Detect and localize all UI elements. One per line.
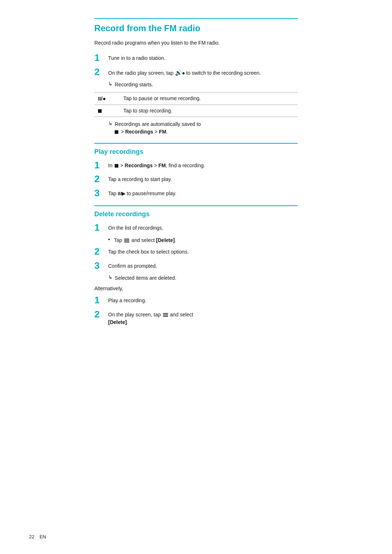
delete-step-2-text: Tap the check box to select options. <box>108 246 189 256</box>
delete-recordings-section: Delete recordings 1 On the list of recor… <box>94 205 298 326</box>
delete-result-text: Selected items are deleted. <box>115 274 176 282</box>
alternatively-label: Alternatively, <box>94 286 298 291</box>
step-2-text: On the radio play screen, tap 🔊♠ to swit… <box>108 67 261 77</box>
auto-save-note: ↳ Recordings are automatically saved to … <box>108 120 298 136</box>
delete-step-2: 2 Tap the check box to select options. <box>94 246 298 257</box>
arrow-icon: ↳ <box>108 81 113 87</box>
page-number: 22 <box>29 534 34 539</box>
play-divider <box>94 143 298 144</box>
play-step-3: 3 Tap II/▶ to pause/resume play. <box>94 188 298 198</box>
pause-resume-icon: II/● <box>98 95 106 102</box>
stop-icon-inline-2 <box>115 164 118 168</box>
delete-step-number-1: 1 <box>94 222 105 233</box>
alt-step-1: 1 Play a recording. <box>94 295 298 305</box>
delete-step-number-3: 3 <box>94 260 105 271</box>
icon-table-row-pause: II/● Tap to pause or resume recording. <box>94 92 298 104</box>
delete-step-1: 1 On the list of recordings, <box>94 222 298 233</box>
record-result: ↳ Recording starts. <box>108 81 298 89</box>
delete-step-1-text: On the list of recordings, <box>108 222 163 232</box>
play-step-number-1: 1 <box>94 160 105 171</box>
alt-step-2-text: On the play screen, tap and select[Delet… <box>108 309 193 326</box>
menu-icon-1 <box>124 239 129 242</box>
page-footer: 22 EN <box>29 534 46 539</box>
section-top-divider <box>94 18 298 19</box>
alt-step-number-2: 2 <box>94 309 105 320</box>
bullet-1-text: Tap and select [Delete]. <box>114 237 176 244</box>
bullet-dot-1: • <box>108 237 114 242</box>
play-step-3-text: Tap II/▶ to pause/resume play. <box>108 188 176 197</box>
play-step-number-2: 2 <box>94 174 105 184</box>
stop-icon-inline <box>115 130 118 134</box>
alt-step-1-text: Play a recording. <box>108 295 146 304</box>
stop-icon <box>98 109 102 113</box>
result-text: Recording starts. <box>115 81 153 89</box>
record-step-2: 2 On the radio play screen, tap 🔊♠ to sw… <box>94 67 298 77</box>
alt-step-2: 2 On the play screen, tap and select[Del… <box>94 309 298 326</box>
play-step-1-text: In > Recordings > FM, find a recording. <box>108 160 205 169</box>
play-step-number-3: 3 <box>94 188 105 198</box>
delete-divider <box>94 205 298 206</box>
menu-icon-2 <box>163 313 168 317</box>
delete-step-number-2: 2 <box>94 246 105 257</box>
play-step-2: 2 Tap a recording to start play. <box>94 174 298 184</box>
icon-reference-table: II/● Tap to pause or resume recording. T… <box>94 92 298 117</box>
delete-step-3-text: Confirm as prompted. <box>108 260 157 270</box>
mic-icon: 🔊 <box>175 70 182 76</box>
step-number-1: 1 <box>94 53 105 63</box>
arrow-icon-3: ↳ <box>108 274 113 280</box>
language-label: EN <box>40 534 46 539</box>
stop-description: Tap to stop recording. <box>120 104 298 116</box>
delete-step-1-bullet: • Tap and select [Delete]. <box>108 237 298 244</box>
auto-save-text: Recordings are automatically saved to > … <box>115 120 201 136</box>
step-1-text: Tune in to a radio station. <box>108 53 165 62</box>
record-intro: Record radio programs when you listen to… <box>94 39 298 47</box>
record-step-1: 1 Tune in to a radio station. <box>94 53 298 63</box>
delete-result: ↳ Selected items are deleted. <box>108 274 298 282</box>
record-section-title: Record from the FM radio <box>94 23 298 33</box>
icon-table-row-stop: Tap to stop recording. <box>94 104 298 116</box>
pause-resume-icon-cell: II/● <box>94 92 120 104</box>
step-number-2: 2 <box>94 67 105 77</box>
delete-step-3: 3 Confirm as prompted. <box>94 260 298 271</box>
play-recordings-section: Play recordings 1 In > Recordings > FM, … <box>94 143 298 198</box>
play-step-2-text: Tap a recording to start play. <box>108 174 172 183</box>
delete-section-title: Delete recordings <box>94 210 298 218</box>
arrow-icon-2: ↳ <box>108 120 113 126</box>
pause-resume-description: Tap to pause or resume recording. <box>120 92 298 104</box>
play-section-title: Play recordings <box>94 148 298 156</box>
stop-icon-cell <box>94 104 120 116</box>
alt-step-number-1: 1 <box>94 295 105 305</box>
play-step-1: 1 In > Recordings > FM, find a recording… <box>94 160 298 171</box>
